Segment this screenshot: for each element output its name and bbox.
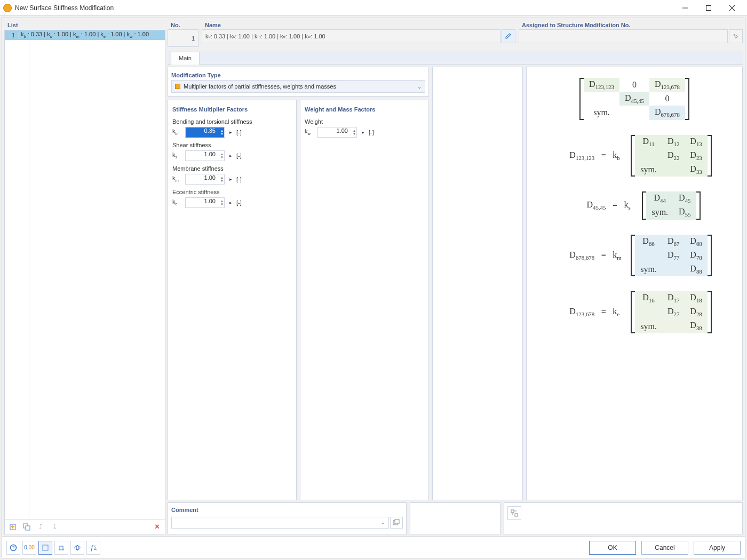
matrix-kb: D123,123=kb D11D12D13 D22D23 sym.D33 [557, 135, 712, 177]
comment-box: Comment ⌄ [168, 502, 407, 534]
comment-combo[interactable]: ⌄ [171, 517, 389, 529]
kb-value: 0.35 [204, 127, 216, 134]
km-input[interactable]: 1.00▲▼ [185, 174, 225, 185]
km-menu-button[interactable]: ▸ [227, 174, 234, 185]
name-field[interactable]: kb : 0.33 | ks : 1.00 | km : 1.00 | ke :… [202, 29, 500, 43]
new-item-button[interactable]: ✚ [7, 521, 19, 533]
svg-rect-14 [43, 545, 48, 550]
kw-value: 1.00 [337, 127, 348, 134]
ke-input[interactable]: 1.00▲▼ [185, 197, 225, 208]
no-header: No. [168, 20, 198, 29]
ok-button[interactable]: OK [589, 541, 636, 555]
preview-toolbar-panel [504, 502, 743, 534]
edit-name-button[interactable] [502, 29, 515, 43]
ks-unit: [-] [236, 153, 242, 159]
modification-type-value: Multiplier factors of partial stiffnesse… [184, 83, 336, 90]
assigned-pick-button[interactable] [729, 29, 743, 43]
view-mode-button-3[interactable] [70, 541, 84, 555]
list-item-text: kb : 0.33 | ks : 1.00 | km : 1.00 | ke :… [19, 31, 149, 39]
chevron-down-icon: ⌄ [381, 519, 385, 525]
apply-button[interactable]: Apply [694, 541, 741, 555]
no-box: No. 1 [168, 20, 198, 47]
copy-item-button[interactable] [21, 521, 33, 533]
km-unit: [-] [236, 176, 242, 182]
toolbar-button-3: ⤴ [35, 521, 46, 533]
kb-menu-button[interactable]: ▸ [227, 127, 234, 138]
kw-menu-button[interactable]: ▸ [359, 127, 367, 138]
stiffness-factors-panel: Stiffness Multiplier Factors Bending and… [168, 100, 297, 500]
comment-row: Comment ⌄ [168, 502, 743, 534]
kb-input[interactable]: 0.35▲▼ [185, 127, 225, 138]
svg-rect-11 [515, 514, 518, 516]
assigned-header: Assigned to Structure Modification No. [519, 20, 743, 29]
left-form-column: Modification Type Multiplier factors of … [168, 67, 429, 500]
km-spinner[interactable]: ▲▼ [217, 174, 224, 184]
weight-factors-panel: Weight and Mass Factors Weight kw 1.00▲▼… [300, 100, 429, 500]
stiffness-factors-header: Stiffness Multiplier Factors [172, 105, 292, 114]
toolbar-button-4: ⤵ [49, 521, 60, 533]
km-value: 1.00 [204, 174, 216, 181]
dialog-body: List 1 kb : 0.33 | ks : 1.00 | km : 1.00… [2, 18, 745, 558]
help-icon: ? [10, 544, 17, 551]
chevron-down-icon: ⌄ [417, 84, 422, 90]
svg-rect-7 [26, 526, 30, 530]
script-button[interactable]: ƒ∑ [86, 541, 100, 555]
form-pane: No. 1 Name kb : 0.33 | ks : 1.00 | km : … [168, 20, 743, 534]
no-field[interactable]: 1 [168, 29, 198, 47]
view-mode-button-1[interactable] [38, 541, 52, 555]
ke-symbol: ke [172, 198, 183, 206]
copy-item-icon [23, 523, 30, 531]
ke-spinner[interactable]: ▲▼ [217, 198, 224, 207]
weight-factors-header: Weight and Mass Factors [305, 105, 424, 114]
name-header: Name [202, 20, 515, 29]
comment-library-button[interactable] [390, 517, 403, 529]
list-body[interactable]: 1 kb : 0.33 | ks : 1.00 | km : 1.00 | ke… [4, 30, 165, 519]
matrix-ke: D123,678=ke D16D17D18 D27D28 sym.D38 [557, 291, 712, 333]
list-header: List [4, 20, 165, 30]
delete-item-button[interactable]: ✕ [151, 521, 163, 533]
weight-label: Weight [305, 118, 424, 125]
name-box: Name kb : 0.33 | ks : 1.00 | km : 1.00 |… [202, 20, 515, 47]
minimize-button[interactable] [673, 1, 697, 15]
modification-type-box: Modification Type Multiplier factors of … [168, 67, 429, 97]
main-area: List 1 kb : 0.33 | ks : 1.00 | km : 1.00… [2, 18, 745, 537]
view-mode-icon-1 [42, 544, 49, 551]
svg-rect-10 [511, 510, 514, 513]
modification-type-dropdown[interactable]: Multiplier factors of partial stiffnesse… [171, 80, 425, 93]
close-icon [729, 5, 735, 11]
ke-value: 1.00 [204, 198, 216, 204]
comment-spacer-panel [410, 502, 500, 534]
titlebar: New Surface Stiffness Modification [0, 0, 747, 16]
maximize-button[interactable] [697, 1, 720, 15]
kw-spinner[interactable]: ▲▼ [349, 127, 356, 137]
ks-spinner[interactable]: ▲▼ [217, 151, 224, 161]
header-row: No. 1 Name kb : 0.33 | ks : 1.00 | km : … [168, 20, 743, 47]
kb-spinner[interactable]: ▲▼ [217, 127, 224, 137]
modification-type-header: Modification Type [171, 70, 425, 80]
edit-icon [505, 33, 512, 40]
units-button[interactable]: 0,00 [22, 541, 36, 555]
ks-input[interactable]: 1.00▲▼ [185, 150, 225, 161]
library-icon [393, 519, 400, 526]
assigned-field[interactable] [519, 29, 728, 43]
kb-symbol: kb [172, 128, 183, 136]
list-item-no: 1 [5, 32, 19, 38]
preview-settings-button[interactable] [507, 506, 521, 520]
kw-unit: [-] [369, 129, 374, 135]
ks-value: 1.00 [204, 151, 216, 157]
tab-main[interactable]: Main [171, 52, 200, 65]
list-toolbar: ✚ ⤴ ⤵ ✕ [4, 519, 165, 534]
ks-symbol: ks [172, 151, 183, 159]
close-button[interactable] [720, 1, 744, 15]
cancel-button[interactable]: Cancel [641, 541, 688, 555]
ks-menu-button[interactable]: ▸ [227, 150, 234, 161]
preview-settings-icon [510, 509, 519, 517]
content-row: Modification Type Multiplier factors of … [168, 67, 743, 500]
view-mode-button-2[interactable] [54, 541, 68, 555]
bending-label: Bending and torsional stiffness [172, 118, 292, 125]
ke-menu-button[interactable]: ▸ [227, 197, 234, 208]
svg-point-15 [75, 546, 80, 549]
kw-input[interactable]: 1.00▲▼ [317, 127, 357, 138]
help-button[interactable]: ? [6, 541, 20, 555]
middle-spacer-panel [432, 67, 523, 500]
